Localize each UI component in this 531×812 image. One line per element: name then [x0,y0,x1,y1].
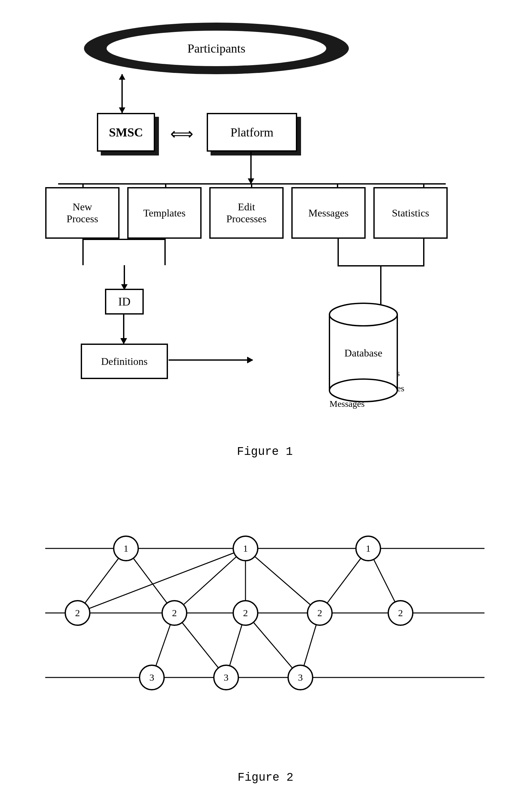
bracket-np-horiz [82,239,166,240]
svg-text:1: 1 [243,543,248,554]
figure1-caption: Figure 1 [26,445,504,459]
svg-point-2 [330,379,397,402]
arrow-id-def [123,315,124,344]
participants-label: Participants [187,41,245,56]
figure2-svg: 1 1 1 2 2 2 2 2 3 3 3 [45,519,485,729]
figure2-container: 1 1 1 2 2 2 2 2 3 3 3 [26,510,504,752]
bracket-np-left [82,239,84,265]
five-boxes-row: NewProcess Templates EditProcesses Messa… [45,187,448,239]
svg-line-9 [78,548,246,613]
edit-processes-box: EditProcesses [209,187,283,239]
arrow-platform-down [250,151,252,184]
line-msg-v [337,239,339,265]
messages-box: Messages [291,187,366,239]
figure2-caption: Figure 2 [0,771,531,784]
statistics-box: Statistics [373,187,448,239]
definitions-label: Definitions [101,356,148,367]
ellipse-inner: Participants [107,31,326,66]
svg-text:2: 2 [172,608,177,618]
svg-text:3: 3 [298,672,303,683]
svg-text:3: 3 [150,672,154,683]
database-cylinder-svg: Database [326,303,404,403]
participants-ellipse: Participants [84,23,349,74]
arrow-def-db-head [248,357,253,363]
definitions-box: Definitions [81,344,168,379]
svg-text:2: 2 [398,608,403,618]
svg-text:2: 2 [75,608,80,618]
bracket-np-center [124,265,125,289]
platform-label: Platform [230,125,274,139]
new-process-box: NewProcess [45,187,120,239]
svg-text:2: 2 [318,608,322,618]
messages-label: Messages [308,207,349,219]
arrow-def-db [169,359,253,361]
platform-box: Platform [207,113,297,151]
new-process-label: NewProcess [67,201,98,225]
svg-point-1 [330,303,397,326]
svg-text:1: 1 [124,543,128,554]
id-box: ID [105,289,144,315]
smsc-box: SMSC [97,113,155,151]
svg-line-12 [246,548,320,613]
page: Participants SMSC Platform ⟺ [0,0,531,812]
bracket-np-right [164,239,166,265]
svg-text:3: 3 [224,672,229,683]
svg-text:1: 1 [366,543,371,554]
svg-text:Database: Database [344,347,382,359]
ellipse-outer: Participants [84,23,349,74]
figure1-container: Participants SMSC Platform ⟺ [26,13,504,490]
svg-line-10 [174,548,246,613]
templates-box: Templates [127,187,201,239]
id-label: ID [118,295,130,308]
edit-processes-label: EditProcesses [226,201,266,225]
templates-label: Templates [143,207,185,219]
line-stat-v [423,239,424,265]
arrow-participants-smsc [122,74,123,113]
svg-text:2: 2 [243,608,248,618]
double-arrow-icon: ⟺ [157,128,207,140]
statistics-label: Statistics [392,207,429,219]
smsc-label: SMSC [109,125,143,139]
